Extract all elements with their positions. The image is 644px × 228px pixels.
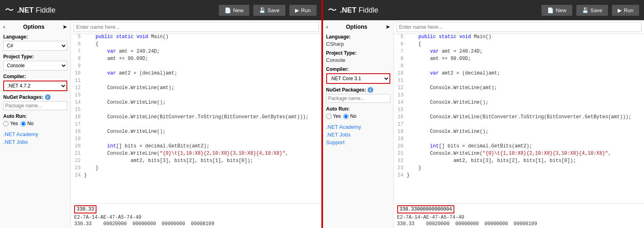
code-line-5: 5 public static void Main() (71, 34, 321, 41)
left-logo: 〜 .NET Fiddle (5, 4, 56, 16)
right-code-line-10: 10 var amt2 = (decimal)amt; (394, 70, 644, 78)
right-code-line-11: 11 (394, 78, 644, 85)
code-line-23: 23 } (71, 165, 321, 173)
right-autorun-yes-radio[interactable] (326, 114, 332, 119)
right-panel-body: ‹ Options ➤ Language: CSharp Project Typ… (323, 20, 644, 228)
right-sidebar-title: Options (346, 23, 367, 30)
right-save-icon: 💾 (582, 7, 588, 13)
right-run-button[interactable]: ▶ Run (612, 5, 639, 16)
right-autorun-label: Auto Run: (326, 106, 390, 112)
left-autorun-yes-radio[interactable] (3, 121, 9, 126)
left-save-button[interactable]: 💾 Save (253, 5, 285, 16)
right-logo: 〜 .NET Fiddle (328, 4, 379, 16)
left-name-input[interactable] (73, 22, 319, 32)
right-name-input[interactable] (396, 22, 642, 32)
code-line-8: 8 amt += 90.09D; (71, 56, 321, 63)
right-sidebar-back-arrow[interactable]: ‹ (326, 23, 328, 30)
left-project-type-label: Project Type: (3, 54, 67, 60)
right-code-line-13: 13 (394, 92, 644, 100)
left-language-select[interactable]: C# VB.NET F# (3, 41, 67, 51)
right-compiler-select[interactable]: .NET 4.7.2 .NET Core 3.1 .NET 5 .NET 6 (326, 73, 390, 84)
code-line-24: 24} (71, 173, 321, 180)
left-net-academy-link[interactable]: .NET Academy (3, 131, 67, 137)
right-code-line-14: 14 Console.WriteLine(); (394, 100, 644, 107)
right-code-line-8: 8 amt += 90.09D; (394, 56, 644, 63)
right-code-line-16: 16 Console.WriteLine(BitConverter.ToStri… (394, 114, 644, 121)
right-output-line-1: E2-7A-14-AE-47-A5-74-40 (394, 214, 644, 221)
right-code-line-24: 24} (394, 173, 644, 180)
left-output-highlighted: 330.33 (71, 205, 321, 214)
left-sidebar-title: Options (23, 23, 45, 30)
left-header: 〜 .NET Fiddle 📄 New 💾 Save ▶ Run (0, 0, 321, 20)
left-autorun-no-radio[interactable] (21, 121, 26, 126)
right-code-line-17: 17 (394, 121, 644, 129)
left-new-button[interactable]: 📄 New (219, 5, 249, 16)
right-code-editor[interactable]: 5 public static void Main() 6 { 7 var am… (394, 34, 644, 203)
right-file-icon: 📄 (547, 7, 554, 13)
right-autorun-yes-label[interactable]: Yes (326, 113, 341, 119)
right-code-line-7: 7 var amt = 240.24D; (394, 49, 644, 56)
right-code-line-15: 15 (394, 107, 644, 114)
right-name-bar (394, 20, 644, 34)
right-language-label: Language: (326, 34, 390, 40)
right-nuget-input[interactable] (326, 94, 390, 103)
code-line-11: 11 (71, 78, 321, 85)
right-code-line-12: 12 Console.WriteLine(amt); (394, 85, 644, 92)
left-nuget-info-icon[interactable]: i (45, 94, 51, 100)
left-autorun-no-label[interactable]: No (21, 121, 34, 126)
save-icon: 💾 (259, 7, 265, 13)
left-compiler-select[interactable]: .NET 4.7.2 .NET Core 3.1 .NET 5 .NET 6 (3, 81, 67, 91)
right-header: 〜 .NET Fiddle 📄 New 💾 Save ▶ Run (323, 0, 644, 20)
left-autorun-yes-label[interactable]: Yes (3, 121, 18, 126)
right-output-line-2: 330.33 00020000 00000000 00000000 000081… (394, 221, 644, 227)
run-icon: ▶ (295, 7, 299, 13)
code-line-18: 18 Console.WriteLine(); (71, 129, 321, 136)
right-autorun-row: Yes No (326, 113, 390, 119)
right-sidebar-pin-icon[interactable]: ➤ (385, 23, 390, 30)
right-net-jobs-link[interactable]: .NET Jobs (326, 132, 390, 138)
right-new-button[interactable]: 📄 New (541, 5, 572, 16)
right-project-type-label: Project Type: (326, 50, 390, 56)
right-language-value: CSharp (326, 41, 390, 47)
right-nuget-info-icon[interactable]: i (368, 87, 373, 93)
left-sidebar-header: ‹ Options ➤ (3, 23, 67, 30)
right-compiler-label: Compiler: (326, 66, 390, 72)
right-code-line-9: 9 (394, 63, 644, 70)
left-panel: 〜 .NET Fiddle 📄 New 💾 Save ▶ Run ‹ (0, 0, 321, 228)
left-output-value: 330.33 (74, 205, 96, 213)
code-line-20: 20 int[] bits = decimal.GetBits(amt2); (71, 143, 321, 151)
right-autorun-no-radio[interactable] (343, 114, 349, 119)
left-project-type-select[interactable]: Console Script (3, 61, 67, 70)
left-nuget-label: NuGet Packages: i (3, 94, 67, 100)
right-autorun-no-label[interactable]: No (343, 113, 356, 119)
code-line-17: 17 (71, 121, 321, 129)
right-save-button[interactable]: 💾 Save (576, 5, 608, 16)
left-nuget-input[interactable] (3, 101, 67, 110)
right-logo-text: .NET Fiddle (340, 6, 379, 15)
right-code-line-19: 19 (394, 136, 644, 143)
right-net-academy-link[interactable]: .NET Academy (326, 124, 390, 130)
left-run-button[interactable]: ▶ Run (289, 5, 317, 16)
left-sidebar-pin-icon[interactable]: ➤ (62, 23, 67, 30)
left-logo-text: .NET Fiddle (17, 6, 56, 15)
code-line-6: 6 { (71, 41, 321, 49)
right-support-link[interactable]: Support (326, 139, 390, 145)
left-autorun-row: Yes No (3, 121, 67, 126)
left-net-jobs-link[interactable]: .NET Jobs (3, 139, 67, 145)
code-line-19: 19 (71, 136, 321, 143)
right-code-line-21: 21 Console.WriteLine("{0}\t{1,10:X8}{2,1… (394, 151, 644, 158)
left-code-area: 5 public static void Main() 6 { 7 var am… (71, 20, 321, 228)
left-code-editor[interactable]: 5 public static void Main() 6 { 7 var am… (71, 34, 321, 203)
left-sidebar-back-arrow[interactable]: ‹ (3, 23, 5, 30)
left-logo-icon: 〜 (5, 4, 14, 16)
code-line-15: 15 (71, 107, 321, 114)
right-code-area: 5 public static void Main() 6 { 7 var am… (394, 20, 644, 228)
right-run-icon: ▶ (618, 7, 622, 13)
code-line-14: 14 Console.WriteLine(); (71, 100, 321, 107)
left-name-bar (71, 20, 321, 34)
right-logo-icon: 〜 (328, 4, 337, 16)
left-panel-body: ‹ Options ➤ Language: C# VB.NET F# Proje… (0, 20, 321, 228)
code-line-21: 21 Console.WriteLine("{0}\t{1,10:X8}{2,1… (71, 151, 321, 158)
right-code-line-5: 5 public static void Main() (394, 34, 644, 41)
code-line-9: 9 (71, 63, 321, 70)
